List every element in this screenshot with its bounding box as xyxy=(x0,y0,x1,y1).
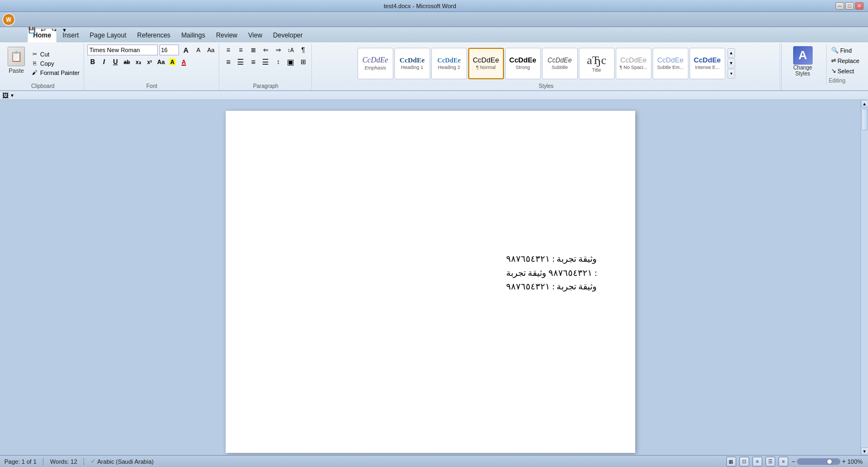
style-emphasis[interactable]: CcDdEe Emphasis xyxy=(358,48,393,79)
font-color-button[interactable]: A xyxy=(178,56,189,67)
toolbar-dropdown[interactable]: ▾ xyxy=(11,92,14,98)
increase-indent-button[interactable]: ⇒ xyxy=(272,45,284,55)
view-outline-button[interactable]: ☰ xyxy=(765,457,775,466)
style-nospacing[interactable]: CcDdEe ¶ No Spaci... xyxy=(616,48,652,79)
style-strong[interactable]: CcDdEe Strong xyxy=(505,48,541,79)
decrease-indent-button[interactable]: ⇐ xyxy=(260,45,272,55)
styles-scroll-up-button[interactable]: ▲ xyxy=(727,48,735,58)
quick-undo-button[interactable]: ↩ xyxy=(38,25,48,35)
style-subtleem[interactable]: CcDdEe Subtle Em... xyxy=(653,48,688,79)
quick-redo-button[interactable]: ↪ xyxy=(49,25,59,35)
bullets-button[interactable]: ≡ xyxy=(222,45,234,55)
window-controls: ─ □ ✕ xyxy=(835,2,864,10)
text-highlight-button[interactable]: A xyxy=(167,56,178,67)
shading-button[interactable]: ▣ xyxy=(285,56,297,67)
close-button[interactable]: ✕ xyxy=(855,2,864,10)
copy-icon: ⎘ xyxy=(31,60,39,67)
multi-level-button[interactable]: ≣ xyxy=(247,45,259,55)
language-status[interactable]: ✓ Arabic (Saudi Arabia) xyxy=(91,458,154,465)
office-button[interactable]: W xyxy=(2,13,15,26)
style-subtitle[interactable]: CcDdEe Subtitle xyxy=(542,48,578,79)
font-size-input[interactable] xyxy=(159,45,179,55)
zoom-slider[interactable] xyxy=(797,458,840,465)
minimize-button[interactable]: ─ xyxy=(835,2,844,10)
font-name-input[interactable] xyxy=(87,45,158,55)
format-painter-button[interactable]: 🖌 Format Painter xyxy=(29,68,81,77)
quick-save-button[interactable]: 💾 xyxy=(27,25,37,35)
underline-button[interactable]: U xyxy=(110,56,121,67)
style-title[interactable]: aЂc Title xyxy=(579,48,615,79)
align-left-button[interactable]: ≡ xyxy=(222,56,234,67)
style-heading2[interactable]: CcDdEe Heading 2 xyxy=(431,48,467,79)
superscript-button[interactable]: x² xyxy=(144,56,155,67)
clear-formatting-button[interactable]: Aa xyxy=(206,45,216,55)
align-center-button[interactable]: ☰ xyxy=(235,56,247,67)
font-shrink-button[interactable]: A xyxy=(193,45,204,55)
styles-scroll-expand-button[interactable]: ▾ xyxy=(727,69,735,79)
content-line-1: وثيقة تجربة : ١٢٣٤٥٦٧٨٩ xyxy=(506,252,597,266)
strikethrough-button[interactable]: ab xyxy=(122,56,132,67)
view-draft-button[interactable]: ≡ xyxy=(778,457,788,466)
paste-button[interactable]: 📋 Paste xyxy=(4,45,28,76)
view-print-button[interactable]: ▦ xyxy=(726,457,736,466)
font-grow-button[interactable]: A xyxy=(181,45,192,55)
sort-button[interactable]: ↕A xyxy=(285,45,297,55)
style-title-text: aЂc xyxy=(587,54,607,66)
scroll-thumb[interactable] xyxy=(861,109,868,130)
page-content[interactable]: وثيقة تجربة : ١٢٣٤٥٦٧٨٩ : ١٢٣٤٥٦٧٨٩ وثيق… xyxy=(506,252,597,294)
style-title-label: Title xyxy=(592,67,601,73)
tab-review[interactable]: Review xyxy=(210,28,242,42)
zoom-minus-button[interactable]: − xyxy=(792,458,795,465)
toolbar-icon-1[interactable]: 🖼 xyxy=(2,92,9,99)
scroll-up-button[interactable]: ▲ xyxy=(861,100,869,108)
style-heading1[interactable]: CcDdEe Heading 1 xyxy=(394,48,430,79)
zoom-plus-button[interactable]: + xyxy=(842,458,846,465)
font-controls: A A Aa B I U ab x₂ x² Aa A A xyxy=(87,45,216,82)
style-intensee[interactable]: CcDdEe Intense E... xyxy=(690,48,725,79)
style-normal[interactable]: CcDdEe ¶ Normal xyxy=(468,48,504,79)
quick-dropdown-button[interactable]: ▾ xyxy=(60,25,69,35)
line-spacing-button[interactable]: ↕ xyxy=(272,56,284,67)
style-intensee-text: CcDdEe xyxy=(694,56,721,64)
change-styles-icon: A xyxy=(793,46,813,65)
tab-page-layout[interactable]: Page Layout xyxy=(84,28,131,42)
clipboard-small-btns: ✂ Cut ⎘ Copy 🖌 Format Painter xyxy=(29,45,81,82)
view-fullscreen-button[interactable]: ⊡ xyxy=(739,457,749,466)
bold-button[interactable]: B xyxy=(87,56,98,67)
select-label: Select xyxy=(838,68,854,74)
tab-references[interactable]: References xyxy=(132,28,176,42)
zoom-percentage: 100% xyxy=(847,458,864,465)
view-web-button[interactable]: ≡ xyxy=(752,457,762,466)
change-styles-label: Change Styles xyxy=(793,65,812,77)
subscript-button[interactable]: x₂ xyxy=(133,56,144,67)
tab-view[interactable]: View xyxy=(243,28,268,42)
show-hide-button[interactable]: ¶ xyxy=(297,45,309,55)
replace-button[interactable]: ⇌ Replace xyxy=(829,56,861,65)
content-line-3: وثيقة تجربة : ١٢٣٤٥٦٧٨٩ xyxy=(506,280,597,294)
select-button[interactable]: ↘ Select xyxy=(829,66,861,75)
style-heading2-label: Heading 2 xyxy=(438,65,460,70)
styles-scroll-down-button[interactable]: ▼ xyxy=(727,59,735,68)
style-emphasis-text: CcDdEe xyxy=(362,56,388,64)
find-button[interactable]: 🔍 Find xyxy=(829,46,861,55)
italic-button[interactable]: I xyxy=(99,56,110,67)
cut-button[interactable]: ✂ Cut xyxy=(29,50,81,59)
scroll-down-button[interactable]: ▼ xyxy=(861,447,869,455)
style-subtitle-text: CcDdEe xyxy=(547,57,572,64)
tab-developer[interactable]: Developer xyxy=(267,28,308,42)
justify-button[interactable]: ☰ xyxy=(260,56,272,67)
document-area[interactable]: وثيقة تجربة : ١٢٣٤٥٦٧٨٩ : ١٢٣٤٥٦٧٨٩ وثيق… xyxy=(0,100,860,455)
borders-button[interactable]: ⊞ xyxy=(297,56,309,67)
maximize-button[interactable]: □ xyxy=(845,2,854,10)
change-case-button[interactable]: Aa xyxy=(156,56,167,67)
change-styles-button[interactable]: A Change Styles xyxy=(784,45,822,78)
tab-mailings[interactable]: Mailings xyxy=(176,28,210,42)
vertical-scrollbar[interactable]: ▲ ▼ xyxy=(860,100,868,455)
numbering-button[interactable]: ≡ xyxy=(235,45,247,55)
styles-group-label: Styles xyxy=(539,83,553,89)
app-window: test4.docx - Microsoft Word ─ □ ✕ W 💾 ↩ … xyxy=(0,0,868,467)
align-right-button[interactable]: ≡ xyxy=(247,56,259,67)
change-styles-editing: A Change Styles 🔍 Find ⇌ Replace ↘ xyxy=(784,45,864,85)
copy-button[interactable]: ⎘ Copy xyxy=(29,59,81,68)
zoom-thumb[interactable] xyxy=(827,459,832,464)
